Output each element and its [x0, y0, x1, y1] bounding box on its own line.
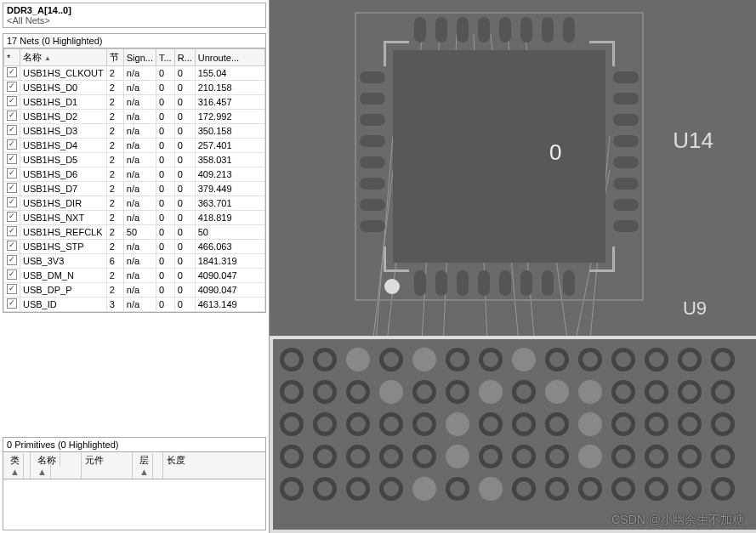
prim-col-name[interactable]: 名称 ▲ — [31, 452, 82, 479]
checkbox-icon[interactable] — [7, 298, 17, 309]
table-row[interactable]: USB_DM_N2n/a004090.047 — [4, 269, 265, 283]
cell-t: 0 — [156, 66, 174, 81]
cell-name: USB1HS_D3 — [20, 124, 107, 139]
checkbox-icon[interactable] — [7, 197, 17, 207]
table-row[interactable]: USB1HS_D12n/a00316.457 — [4, 95, 265, 110]
cell-name: USB1HS_NXT — [20, 211, 107, 225]
cell-node: 3 — [106, 298, 123, 312]
checkbox-icon[interactable] — [7, 226, 17, 236]
table-row[interactable]: USB1HS_D22n/a00172.992 — [4, 110, 265, 124]
chip-die — [393, 50, 605, 263]
cell-r: 0 — [174, 298, 195, 312]
col-node[interactable]: 节 — [106, 49, 123, 66]
table-row[interactable]: USB_ID3n/a004613.149 — [4, 298, 265, 312]
prim-col-type[interactable]: 类 ▲ — [3, 452, 31, 479]
table-row[interactable]: USB1HS_STP2n/a00466.063 — [4, 240, 265, 254]
table-row[interactable]: USB1HS_CLKOUT2n/a00155.04 — [4, 66, 265, 81]
cell-name: USB1HS_REFCLK — [20, 225, 107, 240]
checkbox-icon[interactable] — [7, 284, 17, 294]
cell-r: 0 — [174, 240, 195, 254]
cell-unroute: 466.063 — [195, 240, 264, 254]
table-row[interactable]: USB_DP_P2n/a004090.047 — [4, 283, 265, 298]
checkbox-icon[interactable] — [7, 241, 17, 251]
cell-name: USB1HS_D1 — [20, 95, 107, 110]
prim-col-len[interactable]: 长度 — [163, 452, 265, 479]
checkbox-icon[interactable] — [7, 125, 17, 135]
cell-name: USB1HS_D0 — [20, 81, 107, 95]
cell-sig: n/a — [123, 110, 156, 124]
bga-u9[interactable] — [270, 336, 756, 533]
cell-r: 0 — [174, 196, 195, 211]
table-row[interactable]: USB1HS_D52n/a00358.031 — [4, 153, 265, 167]
checkbox-icon[interactable] — [7, 154, 17, 164]
cell-sig: n/a — [123, 298, 156, 312]
primitives-body — [3, 479, 266, 530]
table-row[interactable]: USB_3V36n/a001841.319 — [4, 254, 265, 269]
cell-sig: n/a — [123, 66, 156, 81]
checkbox-icon[interactable] — [7, 269, 17, 280]
primitives-section-header: 0 Primitives (0 Highlighted) — [3, 437, 266, 452]
chip-u14[interactable]: 0 — [355, 12, 644, 301]
checkbox-icon[interactable] — [7, 111, 17, 121]
cell-sig: n/a — [123, 269, 156, 283]
cell-name: USB1HS_D7 — [20, 182, 107, 196]
cell-unroute: 210.158 — [195, 81, 264, 95]
checkbox-icon[interactable] — [7, 255, 17, 265]
cell-unroute: 379.449 — [195, 182, 264, 196]
col-name[interactable]: 名称 ▲ — [20, 49, 107, 66]
cell-sig: n/a — [123, 153, 156, 167]
table-row[interactable]: USB1HS_D62n/a00409.213 — [4, 167, 265, 182]
checkbox-icon[interactable] — [7, 139, 17, 150]
checkbox-icon[interactable] — [7, 82, 17, 92]
cell-t: 0 — [156, 153, 174, 167]
prim-col-comp[interactable]: 元件 — [82, 452, 133, 479]
cell-unroute: 4613.149 — [195, 298, 264, 312]
checkbox-icon[interactable] — [7, 168, 17, 179]
table-row[interactable]: USB1HS_REFCLK2500050 — [4, 225, 265, 240]
watermark: CSDN @小幽余生不加糖 — [611, 513, 744, 528]
cell-node: 2 — [106, 211, 123, 225]
table-row[interactable]: USB1HS_D42n/a00257.401 — [4, 139, 265, 153]
col-unroute[interactable]: Unroute... — [195, 49, 264, 66]
col-t[interactable]: T... — [156, 49, 174, 66]
prim-col-layer[interactable]: 层 ▲ — [133, 452, 163, 479]
cell-r: 0 — [174, 182, 195, 196]
cell-t: 0 — [156, 167, 174, 182]
filter-subtitle: <All Nets> — [7, 15, 262, 26]
cell-t: 0 — [156, 298, 174, 312]
cell-sig: n/a — [123, 182, 156, 196]
checkbox-icon[interactable] — [7, 183, 17, 193]
cell-t: 0 — [156, 124, 174, 139]
checkbox-icon[interactable] — [7, 96, 17, 106]
cell-name: USB1HS_STP — [20, 240, 107, 254]
cell-name: USB_3V3 — [20, 254, 107, 269]
cell-t: 0 — [156, 182, 174, 196]
cell-node: 2 — [106, 240, 123, 254]
cell-r: 0 — [174, 153, 195, 167]
cell-node: 2 — [106, 225, 123, 240]
table-row[interactable]: USB1HS_NXT2n/a00418.819 — [4, 211, 265, 225]
cell-t: 0 — [156, 211, 174, 225]
col-star[interactable]: * — [4, 49, 20, 66]
cell-unroute: 1841.319 — [195, 254, 264, 269]
cell-r: 0 — [174, 269, 195, 283]
table-row[interactable]: USB1HS_D72n/a00379.449 — [4, 182, 265, 196]
cell-name: USB1HS_DIR — [20, 196, 107, 211]
cell-unroute: 50 — [195, 225, 264, 240]
primitives-header-row: 类 ▲ 名称 ▲ 元件 层 ▲ 长度 — [3, 452, 266, 479]
table-row[interactable]: USB1HS_D02n/a00210.158 — [4, 81, 265, 95]
cell-r: 0 — [174, 254, 195, 269]
table-row[interactable]: USB1HS_DIR2n/a00363.701 — [4, 196, 265, 211]
cell-node: 2 — [106, 110, 123, 124]
col-sign[interactable]: Sign... — [123, 49, 156, 66]
cell-node: 2 — [106, 95, 123, 110]
table-row[interactable]: USB1HS_D32n/a00350.158 — [4, 124, 265, 139]
col-r[interactable]: R... — [174, 49, 195, 66]
cell-r: 0 — [174, 139, 195, 153]
cell-unroute: 257.401 — [195, 139, 264, 153]
pcb-canvas[interactable]: 0 U14 U9 CSDN @小幽余生不加糖 — [270, 0, 756, 533]
chip-center-label: 0 — [549, 139, 561, 166]
checkbox-icon[interactable] — [7, 67, 17, 77]
checkbox-icon[interactable] — [7, 212, 17, 222]
cell-r: 0 — [174, 167, 195, 182]
